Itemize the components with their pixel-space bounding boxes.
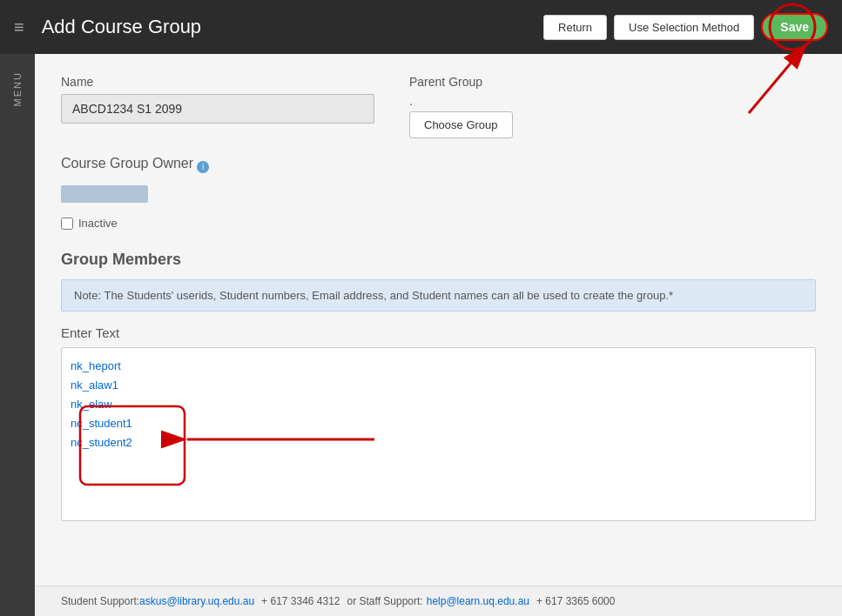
sidebar: MENU	[0, 54, 35, 616]
inactive-checkbox[interactable]	[61, 218, 73, 230]
footer-staff-phone: + 617 3365 6000	[536, 595, 615, 607]
inactive-label: Inactive	[78, 217, 118, 230]
sidebar-menu-label: MENU	[12, 71, 23, 106]
inactive-row: Inactive	[61, 217, 816, 230]
footer-student-support-prefix: Student Support:	[61, 595, 139, 607]
member-2[interactable]: nk_alaw1	[71, 376, 806, 395]
group-members-section: Group Members Note: The Students' userid…	[61, 251, 816, 521]
owner-placeholder	[61, 185, 148, 203]
parent-group-label: Parent Group	[409, 75, 513, 89]
use-selection-method-button[interactable]: Use Selection Method	[614, 15, 754, 40]
parent-dot: .	[409, 94, 513, 108]
staff-support-email[interactable]: help@learn.uq.edu.au	[427, 595, 529, 607]
name-field-group: Name	[61, 75, 374, 124]
member-1[interactable]: nk_heport	[71, 357, 806, 376]
header-button-group: Return Use Selection Method Save	[543, 13, 828, 41]
footer-student-phone: + 617 3346 4312	[261, 595, 340, 607]
member-4[interactable]: nc_student1	[71, 414, 806, 433]
member-3[interactable]: nk_elaw	[71, 395, 806, 414]
owner-section: Course Group Owner i	[61, 156, 816, 203]
hamburger-menu-icon[interactable]: ≡	[14, 17, 24, 37]
footer: Student Support: askus@library.uq.edu.au…	[35, 586, 842, 616]
info-icon[interactable]: i	[197, 161, 209, 173]
group-members-title: Group Members	[61, 251, 816, 269]
choose-group-button[interactable]: Choose Group	[409, 111, 513, 138]
footer-or: or Staff Support:	[347, 595, 423, 607]
page-title: Add Course Group	[42, 16, 543, 38]
parent-group-section: Parent Group . Choose Group	[409, 75, 513, 138]
main-content: Name Parent Group . Choose Group Course …	[35, 54, 842, 616]
owner-label: Course Group Owner	[61, 156, 193, 171]
return-button[interactable]: Return	[543, 15, 607, 40]
name-input[interactable]	[61, 94, 374, 124]
form-top-row: Name Parent Group . Choose Group	[61, 75, 816, 138]
note-box: Note: The Students' userids, Student num…	[61, 279, 816, 311]
header: ≡ Add Course Group Return Use Selection …	[0, 0, 842, 54]
name-label: Name	[61, 75, 374, 89]
save-button[interactable]: Save	[761, 13, 828, 41]
text-area-container[interactable]: nk_heport nk_alaw1 nk_elaw nc_student1 n…	[61, 347, 816, 521]
enter-text-label: Enter Text	[61, 325, 816, 340]
student-support-email[interactable]: askus@library.uq.edu.au	[139, 595, 254, 607]
members-list: nk_heport nk_alaw1 nk_elaw nc_student1 n…	[71, 357, 806, 452]
member-5[interactable]: nc_student2	[71, 433, 806, 452]
